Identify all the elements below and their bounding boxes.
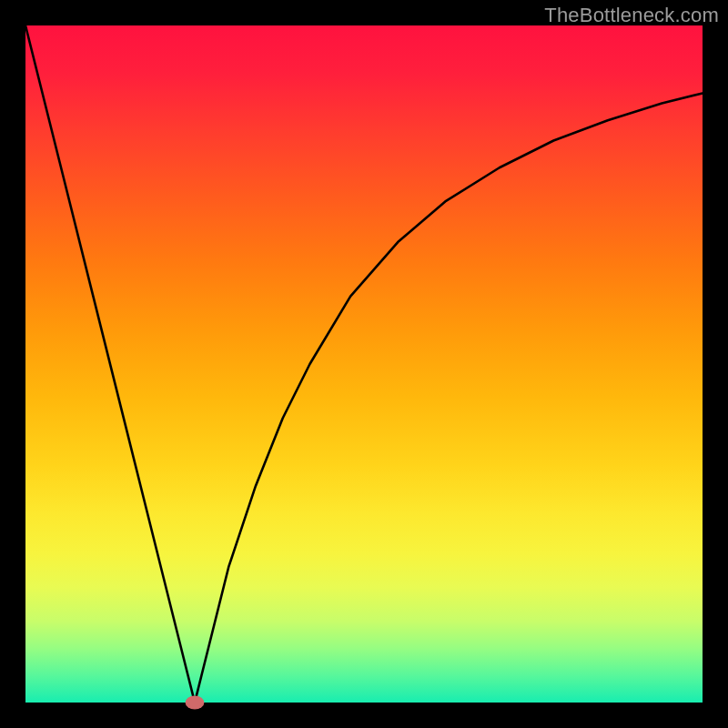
watermark-text: TheBottleneck.com — [544, 4, 719, 27]
bottleneck-curve — [25, 25, 703, 703]
chart-svg — [25, 25, 703, 703]
plot-area — [25, 25, 703, 703]
optimum-marker — [186, 696, 205, 710]
chart-frame: TheBottleneck.com — [0, 0, 728, 728]
